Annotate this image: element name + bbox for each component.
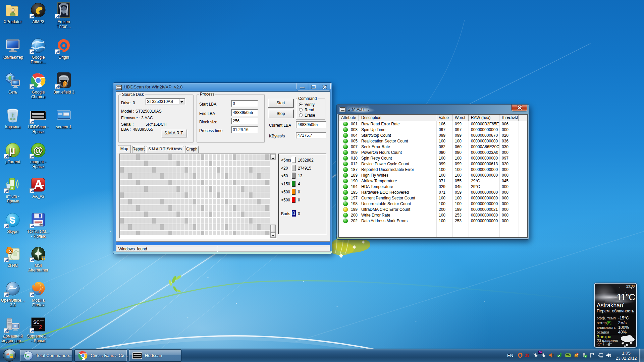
svg-text:2: 2 bbox=[9, 248, 12, 254]
svg-text:2: 2 bbox=[39, 324, 42, 330]
svg-text:µ: µ bbox=[9, 144, 15, 156]
svg-text:64: 64 bbox=[40, 223, 43, 226]
svg-text:@: @ bbox=[33, 144, 43, 156]
